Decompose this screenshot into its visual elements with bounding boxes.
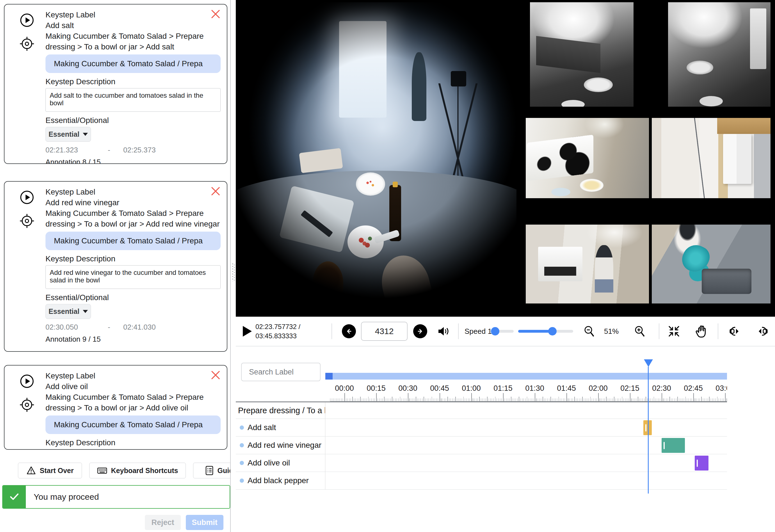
pan-hand-icon[interactable]: [695, 317, 708, 346]
divider: [659, 324, 659, 339]
keystep-description-title: Keystep Description: [45, 76, 221, 87]
next-frame-button[interactable]: [413, 324, 427, 338]
collapse-view-icon[interactable]: [668, 317, 680, 346]
chevron-down-icon: [83, 310, 88, 313]
chevron-down-icon: [83, 133, 88, 136]
exo-camera-view-5: [526, 224, 649, 304]
keystep-breadcrumb: Making Cucumber & Tomato Salad > Prepare…: [45, 392, 221, 413]
time-ruler[interactable]: [330, 393, 727, 402]
essential-optional-title: Essential/Optional: [45, 292, 221, 303]
exo-camera-view-4: [652, 118, 771, 198]
segment-resize-handle[interactable]: [645, 424, 646, 432]
timeline-row: Add salt: [236, 419, 727, 437]
zoom-out-icon[interactable]: [583, 317, 596, 346]
next-keyframe-icon[interactable]: [726, 317, 740, 346]
zoom-slider[interactable]: [518, 330, 573, 333]
playhead-line: [648, 367, 649, 494]
timeline-row: Add black pepper: [236, 472, 727, 490]
status-banner: You may proceed: [2, 485, 230, 509]
keystep-breadcrumb: Making Cucumber & Tomato Salad > Prepare…: [45, 208, 221, 229]
timeline-row-label[interactable]: Add red wine vinegar: [236, 437, 325, 454]
exo-camera-view-3: [526, 118, 649, 198]
reject-button[interactable]: Reject: [145, 515, 181, 530]
time-display: 02:23.757732 /03:45.833333: [255, 322, 300, 341]
delete-annotation-icon[interactable]: [210, 9, 221, 20]
keystep-label-title: Keystep Label: [45, 187, 221, 197]
timeline-group-header: Prepare dressing / To a b: [236, 402, 325, 419]
timeline-segment[interactable]: [662, 438, 685, 453]
start-time-field[interactable]: 02:21.323: [45, 146, 108, 154]
play-annotation-icon[interactable]: [20, 190, 34, 206]
timeline-row-label[interactable]: Add olive oil: [236, 454, 325, 472]
start-over-button[interactable]: Start Over: [18, 463, 82, 478]
playhead-marker[interactable]: [644, 359, 653, 367]
keystep-label-value: Add olive oil: [45, 381, 221, 392]
essential-dropdown[interactable]: Essential: [45, 127, 91, 142]
time-tick-label: 03:00: [716, 384, 727, 393]
delete-annotation-icon[interactable]: [210, 370, 221, 381]
divider: [458, 324, 459, 339]
play-annotation-icon[interactable]: [20, 374, 34, 390]
seek-to-annotation-icon[interactable]: [19, 397, 35, 414]
submit-button[interactable]: Submit: [186, 515, 223, 530]
time-tick-label: 01:15: [494, 384, 513, 393]
annotation-index: Annotation 9 / 15: [45, 335, 221, 344]
frame-number-input[interactable]: [361, 322, 408, 341]
segment-resize-handle[interactable]: [664, 442, 665, 449]
speed-slider[interactable]: [491, 330, 514, 333]
seek-to-annotation-icon[interactable]: [19, 213, 35, 230]
time-tick-label: 01:45: [557, 384, 576, 393]
timeline-row-label[interactable]: Add salt: [236, 419, 325, 436]
warning-icon: [26, 466, 36, 475]
end-time-field[interactable]: 02:25.373: [123, 146, 156, 154]
timeline-segment[interactable]: [643, 420, 652, 435]
play-annotation-icon[interactable]: [20, 13, 34, 29]
delete-annotation-icon[interactable]: [210, 186, 221, 197]
zoom-in-icon[interactable]: [634, 317, 646, 346]
guide-button[interactable]: Guide: [193, 463, 230, 478]
keystep-label-title: Keystep Label: [45, 10, 221, 20]
timeline-row-label[interactable]: Add black pepper: [236, 472, 325, 489]
segment-resize-handle[interactable]: [697, 460, 698, 467]
timeline-scrollbar[interactable]: [325, 373, 727, 380]
time-tick-label: 00:00: [335, 384, 354, 393]
ego-camera-view: [237, 2, 517, 315]
keystep-description-input[interactable]: [45, 449, 221, 450]
search-label-input[interactable]: [241, 363, 320, 381]
keystep-breadcrumb: Making Cucumber & Tomato Salad > Prepare…: [45, 31, 221, 52]
keystep-label-title: Keystep Label: [45, 371, 221, 381]
panel-resize-handle[interactable]: [232, 263, 235, 281]
annotation-app: Keystep Label Add salt Making Cucumber &…: [0, 0, 775, 532]
taxonomy-select[interactable]: Making Cucumber & Tomato Salad / Prepa: [45, 54, 221, 73]
essential-dropdown[interactable]: Essential: [45, 304, 91, 319]
time-tick-label: 02:30: [652, 384, 671, 393]
zoom-percent: 51%: [604, 327, 619, 336]
seek-to-annotation-icon[interactable]: [19, 36, 35, 53]
essential-optional-title: Essential/Optional: [45, 115, 221, 126]
keyboard-shortcuts-label: Keyboard Shortcuts: [111, 467, 178, 475]
exo-camera-view-6: [652, 224, 771, 304]
keystep-description-input[interactable]: Add salt to the cucumber and tomatoes sa…: [45, 88, 221, 112]
divider: [331, 324, 332, 339]
taxonomy-select[interactable]: Making Cucumber & Tomato Salad / Prepa: [45, 416, 221, 434]
annotation-time-range: 02:21.323 - 02:25.373: [45, 146, 221, 154]
previous-frame-button[interactable]: [342, 324, 356, 338]
end-time-field[interactable]: 02:41.030: [123, 323, 156, 332]
play-button[interactable]: [243, 326, 252, 337]
taxonomy-select[interactable]: Making Cucumber & Tomato Salad / Prepa: [45, 231, 221, 250]
timeline-segment[interactable]: [695, 456, 709, 471]
keyboard-shortcuts-button[interactable]: Keyboard Shortcuts: [89, 463, 186, 478]
keystep-label-value: Add salt: [45, 20, 221, 31]
time-tick-label: 02:45: [684, 384, 703, 393]
timeline-scrollbar-handle[interactable]: [325, 373, 332, 380]
time-tick-label: 02:00: [589, 384, 608, 393]
previous-keyframe-icon[interactable]: [757, 317, 771, 346]
keystep-description-input[interactable]: Add red wine vinegar to the cucumber and…: [45, 265, 221, 289]
annotation-time-range: 02:30.050 - 02:41.030: [45, 323, 221, 332]
time-tick-label: 00:45: [430, 384, 449, 393]
start-time-field[interactable]: 02:30.050: [45, 323, 108, 332]
time-tick-label: 01:30: [525, 384, 544, 393]
status-message: You may proceed: [26, 486, 99, 508]
volume-icon[interactable]: [437, 317, 450, 346]
keystep-description-title: Keystep Description: [45, 253, 221, 264]
